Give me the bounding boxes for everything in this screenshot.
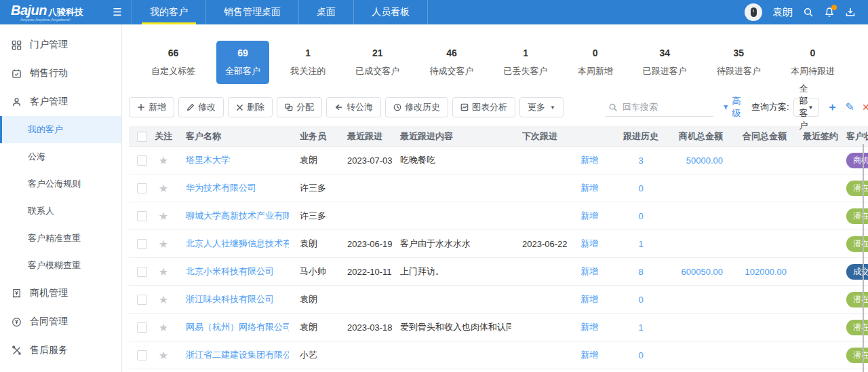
toolbar-button[interactable]: 图表分析 [452, 97, 515, 117]
quick-add-link[interactable]: 新增 [580, 210, 598, 221]
followup-history-link[interactable]: 1 [638, 322, 643, 333]
row-checkbox[interactable] [137, 239, 147, 249]
customer-name-link[interactable]: 塔里木大学 [186, 155, 230, 165]
stat-item[interactable]: 35 待跟进客户 [708, 41, 770, 84]
followup-history-link[interactable]: 0 [638, 183, 643, 193]
followup-history-link[interactable]: 1 [638, 239, 643, 249]
customer-status-badge: 商机客户 [846, 153, 868, 168]
star-icon[interactable]: ★ [159, 266, 168, 278]
select-all-checkbox[interactable] [137, 132, 147, 142]
stat-item[interactable]: 1 已丢失客户 [495, 41, 557, 84]
sidebar-item[interactable]: 客户公海规则 [0, 170, 121, 198]
row-checkbox[interactable] [137, 295, 147, 305]
search-input[interactable] [623, 102, 711, 112]
customer-name-link[interactable]: 聊城大学高新技术产业有限... [186, 210, 289, 221]
nav-tab[interactable]: 人员看板 [354, 0, 428, 24]
toolbar-button[interactable]: 分配 [277, 97, 322, 117]
stat-item[interactable]: 66 自定义标签 [142, 41, 204, 84]
quick-add-link[interactable]: 新增 [580, 350, 598, 360]
star-icon[interactable]: ★ [159, 210, 168, 222]
toolbar-button[interactable]: 转公海 [326, 97, 381, 117]
stat-item[interactable]: 21 已成交客户 [347, 41, 408, 84]
filter-funnel-icon [723, 103, 729, 112]
customer-name-link[interactable]: 浙江省二建建设集团有限公司 [186, 350, 289, 360]
edit-scheme-button[interactable]: ✎ [845, 102, 854, 113]
row-checkbox[interactable] [137, 183, 147, 193]
customer-name-link[interactable]: 北京小米科技有限公司 [186, 266, 274, 276]
toolbar-button[interactable]: 修改 [178, 97, 224, 117]
customer-name-link[interactable]: 华为技术有限公司 [186, 183, 256, 193]
row-checkbox[interactable] [137, 267, 147, 277]
customer-name-link[interactable]: 浙江味央科技有限公司 [186, 294, 274, 304]
row-checkbox[interactable] [137, 322, 147, 333]
query-scheme-label: 查询方案: [751, 101, 789, 113]
return-arrow-icon [334, 103, 343, 112]
stat-item[interactable]: 34 已跟进客户 [634, 41, 696, 84]
star-icon[interactable]: ★ [159, 294, 168, 305]
quick-add-link[interactable]: 新增 [580, 266, 598, 276]
sidebar-item[interactable]: 售后服务 [0, 336, 121, 365]
query-scheme-select[interactable]: 全部客户 ▼ [793, 98, 820, 117]
stat-item[interactable]: 69 全部客户 [216, 41, 269, 84]
quick-add-link[interactable]: 新增 [580, 238, 598, 248]
quick-add-link[interactable]: 新增 [580, 155, 598, 165]
add-scheme-button[interactable]: ＋ [827, 102, 837, 113]
followup-history-cell: 1 [610, 239, 671, 249]
row-checkbox[interactable] [137, 155, 147, 166]
customer-name-link[interactable]: 北京人人社继狮信息技术有... [186, 238, 289, 248]
sidebar-item[interactable]: 销售协同 [0, 365, 121, 372]
followup-history-link[interactable]: 0 [638, 211, 643, 221]
username[interactable]: 袁朗 [772, 6, 793, 19]
advanced-filter[interactable]: 高级 [723, 95, 744, 119]
followup-history-link[interactable]: 3 [638, 155, 643, 166]
sidebar-item[interactable]: 公海 [0, 143, 121, 170]
row-checkbox[interactable] [137, 211, 147, 221]
sidebar-item[interactable]: 我的客户 [0, 116, 121, 143]
toolbar-button[interactable]: 修改历史 [385, 97, 448, 117]
sidebar-item[interactable]: 合同管理 [0, 308, 121, 336]
nav-tab[interactable]: 我的客户 [132, 0, 206, 24]
sidebar-item[interactable]: 客户模糊查重 [0, 252, 121, 279]
nav-tab[interactable]: 销售管理桌面 [206, 0, 299, 24]
user-avatar[interactable] [745, 3, 762, 21]
star-icon[interactable]: ★ [159, 155, 168, 166]
star-icon[interactable]: ★ [159, 350, 168, 361]
header-opportunity-amount: 商机总金额 [671, 130, 734, 143]
download-icon[interactable] [845, 7, 856, 18]
advanced-label[interactable]: 高级 [732, 95, 744, 119]
menu-toggle-icon[interactable]: ☰ [103, 0, 132, 24]
sidebar-item[interactable]: 客户精准查重 [0, 225, 121, 252]
sidebar-item[interactable]: 联系人 [0, 198, 121, 225]
followup-history-link[interactable]: 0 [638, 350, 643, 360]
star-icon[interactable]: ★ [159, 322, 168, 333]
stat-item[interactable]: 0 本周待跟进 [782, 41, 844, 84]
star-icon[interactable]: ★ [159, 183, 168, 194]
quick-add-link[interactable]: 新增 [580, 322, 598, 332]
toolbar-button-label: 修改 [198, 101, 216, 113]
app-logo: Bajun 八骏科技 Anyone,Anytime,Anywhere! [0, 0, 103, 24]
quick-add-link[interactable]: 新增 [580, 183, 598, 193]
sidebar-item[interactable]: 商机管理 [0, 279, 121, 308]
stat-item[interactable]: 1 我关注的 [281, 41, 334, 84]
toolbar-button[interactable]: 更多 ▼ [519, 97, 564, 117]
search-icon[interactable] [803, 7, 814, 18]
stat-item[interactable]: 0 本周新增 [569, 41, 622, 84]
star-icon[interactable]: ★ [159, 238, 168, 250]
customer-name-link[interactable]: 网易（杭州）网络有限公司... [186, 322, 289, 332]
followup-history-link[interactable]: 0 [638, 295, 643, 305]
vertical-scrollbar[interactable] [863, 144, 864, 372]
grid-icon [12, 40, 22, 50]
delete-scheme-button[interactable]: ✕ [862, 103, 868, 112]
toolbar-button-label: 分配 [296, 101, 314, 113]
notification-bell-icon[interactable] [824, 7, 835, 18]
nav-tab[interactable]: 桌面 [299, 0, 354, 24]
quick-add-link[interactable]: 新增 [580, 294, 598, 304]
sidebar-item[interactable]: 客户管理 [0, 88, 121, 116]
stat-item[interactable]: 46 待成交客户 [420, 41, 482, 84]
sidebar-item[interactable]: 门户管理 [0, 31, 121, 59]
row-checkbox[interactable] [137, 350, 147, 360]
sidebar-item[interactable]: 销售行动 [0, 59, 121, 88]
toolbar-button[interactable]: 新增 [129, 97, 174, 117]
toolbar-button[interactable]: 删除 [228, 97, 273, 117]
followup-history-link[interactable]: 8 [638, 267, 643, 277]
